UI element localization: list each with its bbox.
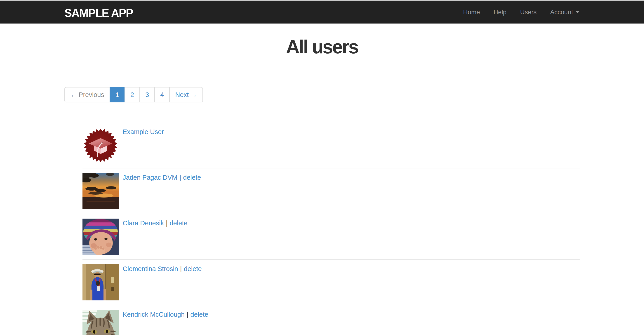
- user-row: Jaden Pagac DVM|delete: [82, 168, 580, 214]
- pagination-cell: ← Previous: [64, 87, 110, 102]
- pagination-page-4[interactable]: 4: [154, 87, 170, 102]
- navbar: SAMPLE APP HomeHelpUsersAccount: [0, 1, 644, 24]
- user-name-link[interactable]: Jaden Pagac DVM: [123, 174, 178, 181]
- user-row: Clementina Strosin|delete: [82, 260, 580, 306]
- user-name-link[interactable]: Clementina Strosin: [123, 265, 178, 272]
- users-list: Example User Jaden Pagac DVM|delete: [64, 123, 580, 335]
- avatar-graduation-badge-image: [82, 127, 119, 164]
- pagination: ← Previous1234Next →: [64, 87, 203, 102]
- pagination-page-3[interactable]: 3: [140, 87, 155, 102]
- avatar-tabby-cat-photo: [82, 310, 119, 335]
- nav-menu: HomeHelpUsersAccount: [456, 1, 586, 24]
- pagination-page-2[interactable]: 2: [124, 87, 140, 102]
- nav-link-help[interactable]: Help: [487, 1, 514, 24]
- user-name-link[interactable]: Clara Denesik: [123, 220, 164, 227]
- pagination-cell: 1: [110, 87, 125, 102]
- caret-down-icon: [576, 11, 580, 13]
- pagination-cell: 4: [155, 87, 170, 102]
- avatar-person-blue-shirt-photo: [82, 264, 119, 300]
- nav-link-home[interactable]: Home: [456, 1, 487, 24]
- nav-item: Home: [456, 1, 487, 24]
- delete-link[interactable]: delete: [184, 265, 202, 272]
- nav-link-users[interactable]: Users: [514, 1, 544, 24]
- separator: |: [180, 265, 182, 272]
- pagination-previous[interactable]: ← Previous: [64, 87, 110, 102]
- avatar-sunset-photo: [82, 173, 119, 209]
- nav-link-account[interactable]: Account: [544, 1, 586, 24]
- main-content: All users ← Previous1234Next → Example U…: [64, 36, 580, 335]
- pagination-cell: 3: [140, 87, 155, 102]
- user-row: Example User: [82, 123, 580, 168]
- separator: |: [180, 174, 181, 181]
- nav-item: Account: [544, 1, 586, 24]
- pagination-page-1[interactable]: 1: [110, 87, 125, 102]
- user-name-link[interactable]: Kendrick McCullough: [123, 311, 184, 318]
- avatar-baby-photo: [82, 218, 119, 255]
- separator: |: [187, 311, 188, 318]
- user-row: Clara Denesik|delete: [82, 214, 580, 260]
- brand-logo[interactable]: SAMPLE APP: [64, 5, 133, 20]
- delete-link[interactable]: delete: [170, 220, 188, 227]
- page-title: All users: [64, 36, 580, 57]
- pagination-cell: 2: [125, 87, 140, 102]
- nav-item: Users: [514, 1, 544, 24]
- nav-link-label: Users: [520, 8, 537, 16]
- separator: |: [166, 220, 168, 227]
- delete-link[interactable]: delete: [183, 174, 201, 181]
- nav-link-label: Home: [463, 8, 480, 16]
- user-row: Kendrick McCullough|delete: [82, 306, 580, 335]
- nav-item: Help: [487, 1, 514, 24]
- user-name-link[interactable]: Example User: [123, 128, 164, 136]
- nav-link-label: Help: [494, 8, 506, 16]
- pagination-next[interactable]: Next →: [169, 87, 203, 102]
- pagination-cell: Next →: [170, 87, 203, 102]
- delete-link[interactable]: delete: [190, 311, 208, 318]
- nav-link-label: Account: [550, 8, 573, 16]
